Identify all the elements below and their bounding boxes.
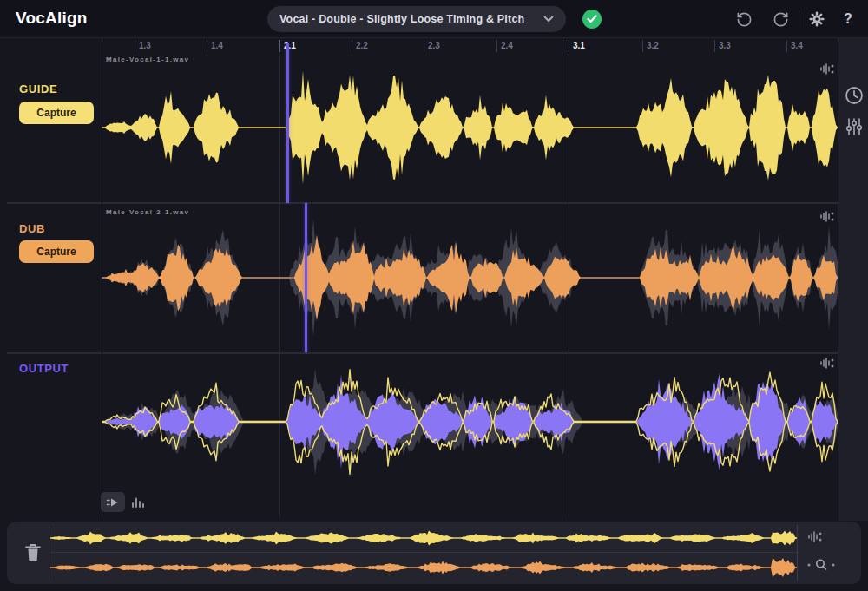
zoom-in-dot[interactable]: [832, 563, 835, 567]
ruler-tick: 2.4: [496, 40, 513, 52]
overview-options-icon[interactable]: [807, 530, 826, 546]
output-waveform[interactable]: [102, 356, 838, 488]
output-track-options-icon[interactable]: [819, 355, 837, 371]
guide-track-label: GUIDE: [19, 82, 57, 95]
minimap-guide-waveform[interactable]: [50, 524, 797, 552]
guide-dub-separator: [7, 202, 838, 204]
toolbar-divider: [799, 10, 799, 28]
undo-button[interactable]: [734, 10, 753, 29]
ruler-tick: 3.2: [642, 40, 659, 52]
ruler-tick: 3.3: [714, 40, 731, 52]
vocalign-window: VocAlign Vocal - Double - Slightly Loose…: [0, 0, 868, 591]
ruler-tick: 2.2: [352, 40, 368, 52]
dub-capture-button[interactable]: Capture: [19, 240, 94, 263]
playhead-guide-segment[interactable]: [286, 43, 289, 203]
trash-icon[interactable]: [19, 539, 47, 567]
help-button[interactable]: ?: [838, 10, 858, 29]
preset-dropdown[interactable]: Vocal - Double - Slightly Loose Timing &…: [267, 6, 566, 32]
guide-waveform[interactable]: [102, 54, 838, 201]
overview-divider: [49, 526, 49, 580]
dub-track-label: DUB: [19, 222, 45, 235]
timeline-ruler[interactable]: 1.31.42.12.22.32.43.13.23.33.4: [102, 38, 838, 54]
ruler-tick: 2.3: [424, 40, 440, 52]
minimap-separator: [50, 552, 799, 553]
ruler-tick: 1.4: [207, 40, 223, 52]
zoom-out-dot[interactable]: [807, 563, 811, 567]
ruler-tick: 1.3: [135, 40, 151, 52]
waveform-view-toggle[interactable]: [101, 492, 125, 512]
guide-capture-button[interactable]: Capture: [19, 102, 94, 124]
preset-dropdown-value: Vocal - Double - Slightly Loose Timing &…: [279, 13, 536, 25]
redo-button[interactable]: [771, 10, 790, 29]
history-clock-icon[interactable]: [844, 85, 865, 106]
dub-output-separator: [7, 352, 838, 354]
overview-panel: [7, 522, 861, 584]
gear-icon[interactable]: [807, 10, 826, 29]
alignment-success-icon: [582, 10, 602, 29]
pitch-histogram-toggle[interactable]: [130, 495, 146, 509]
sliders-icon[interactable]: [844, 116, 865, 137]
minimap-end-marker: [797, 525, 798, 581]
dub-track-options-icon[interactable]: [819, 208, 837, 224]
app-logo: VocAlign: [16, 9, 88, 28]
ruler-tick: 3.1: [569, 40, 585, 52]
chevron-down-icon: [543, 16, 554, 23]
dub-waveform[interactable]: [102, 205, 838, 351]
ruler-tick: 3.4: [786, 40, 803, 52]
right-sidebar: [838, 38, 868, 521]
magnifier-icon: [814, 558, 828, 572]
playhead-dub-segment[interactable]: [305, 203, 307, 352]
minimap-dub-waveform[interactable]: [50, 554, 797, 581]
zoom-control[interactable]: [802, 556, 840, 574]
top-bar: VocAlign Vocal - Double - Slightly Loose…: [0, 0, 868, 38]
output-track-label: OUTPUT: [19, 362, 69, 375]
guide-track-options-icon[interactable]: [819, 61, 837, 76]
